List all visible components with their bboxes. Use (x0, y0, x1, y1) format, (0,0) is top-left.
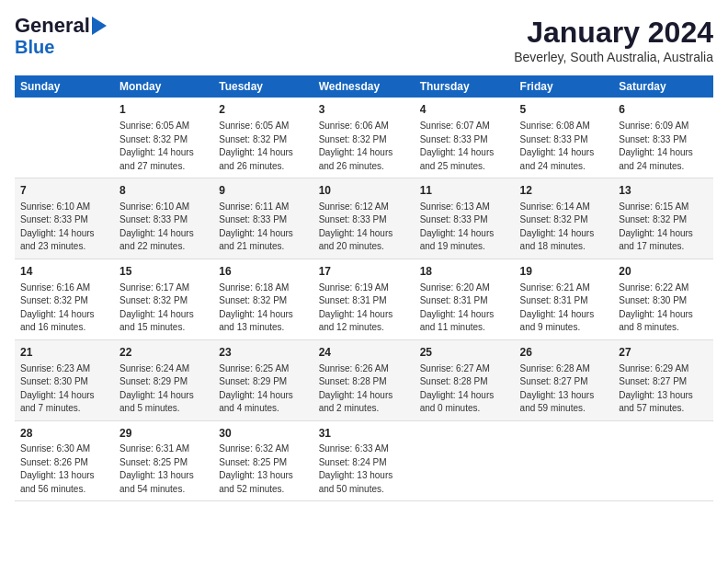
day-info: Sunrise: 6:28 AM Sunset: 8:27 PM Dayligh… (520, 362, 609, 416)
calendar-cell: 11Sunrise: 6:13 AM Sunset: 8:33 PM Dayli… (415, 178, 515, 259)
day-info: Sunrise: 6:16 AM Sunset: 8:32 PM Dayligh… (20, 282, 108, 335)
logo-arrow-icon (92, 17, 107, 35)
page-header: General Blue January 2024 Beverley, Sout… (15, 15, 713, 64)
calendar-cell: 10Sunrise: 6:12 AM Sunset: 8:33 PM Dayli… (313, 178, 415, 259)
calendar-cell: 14Sunrise: 6:16 AM Sunset: 8:32 PM Dayli… (15, 259, 114, 339)
day-info: Sunrise: 6:15 AM Sunset: 8:32 PM Dayligh… (619, 201, 708, 254)
day-number: 15 (119, 264, 208, 280)
day-number: 14 (20, 264, 108, 280)
calendar-week-row: 21Sunrise: 6:23 AM Sunset: 8:30 PM Dayli… (15, 339, 713, 420)
calendar-cell: 27Sunrise: 6:29 AM Sunset: 8:27 PM Dayli… (613, 339, 713, 420)
calendar-cell: 19Sunrise: 6:21 AM Sunset: 8:31 PM Dayli… (515, 259, 614, 339)
title-block: January 2024 Beverley, South Australia, … (514, 15, 713, 64)
day-number: 11 (420, 183, 509, 199)
calendar-cell: 23Sunrise: 6:25 AM Sunset: 8:29 PM Dayli… (213, 339, 313, 420)
day-number: 2 (219, 102, 307, 118)
calendar-cell: 6Sunrise: 6:09 AM Sunset: 8:33 PM Daylig… (613, 98, 713, 178)
calendar-cell: 17Sunrise: 6:19 AM Sunset: 8:31 PM Dayli… (313, 259, 415, 339)
calendar-table: SundayMondayTuesdayWednesdayThursdayFrid… (15, 75, 713, 501)
calendar-cell: 1Sunrise: 6:05 AM Sunset: 8:32 PM Daylig… (114, 98, 213, 178)
day-number: 7 (20, 183, 108, 199)
day-info: Sunrise: 6:08 AM Sunset: 8:33 PM Dayligh… (520, 120, 609, 173)
weekday-header-cell: Tuesday (213, 75, 313, 98)
day-number: 25 (420, 345, 509, 361)
day-number: 4 (420, 102, 509, 118)
day-number: 23 (219, 345, 307, 361)
calendar-cell: 8Sunrise: 6:10 AM Sunset: 8:33 PM Daylig… (114, 178, 213, 259)
day-info: Sunrise: 6:09 AM Sunset: 8:33 PM Dayligh… (619, 120, 708, 173)
weekday-header-cell: Thursday (415, 75, 515, 98)
calendar-cell: 24Sunrise: 6:26 AM Sunset: 8:28 PM Dayli… (313, 339, 415, 420)
weekday-header-cell: Sunday (15, 75, 114, 98)
weekday-header-cell: Monday (114, 75, 213, 98)
calendar-cell: 3Sunrise: 6:06 AM Sunset: 8:32 PM Daylig… (313, 98, 415, 178)
day-number: 20 (619, 264, 708, 280)
day-info: Sunrise: 6:17 AM Sunset: 8:32 PM Dayligh… (119, 282, 208, 335)
day-number: 29 (119, 426, 208, 442)
calendar-cell (15, 98, 114, 178)
day-number: 12 (520, 183, 609, 199)
calendar-cell: 16Sunrise: 6:18 AM Sunset: 8:32 PM Dayli… (213, 259, 313, 339)
day-info: Sunrise: 6:10 AM Sunset: 8:33 PM Dayligh… (119, 201, 208, 254)
day-number: 21 (20, 345, 108, 361)
day-info: Sunrise: 6:24 AM Sunset: 8:29 PM Dayligh… (119, 362, 208, 416)
calendar-cell: 5Sunrise: 6:08 AM Sunset: 8:33 PM Daylig… (515, 98, 614, 178)
calendar-cell: 28Sunrise: 6:30 AM Sunset: 8:26 PM Dayli… (15, 420, 114, 501)
day-info: Sunrise: 6:07 AM Sunset: 8:33 PM Dayligh… (420, 120, 509, 173)
day-info: Sunrise: 6:05 AM Sunset: 8:32 PM Dayligh… (119, 120, 208, 173)
calendar-cell: 20Sunrise: 6:22 AM Sunset: 8:30 PM Dayli… (613, 259, 713, 339)
day-number: 1 (119, 102, 208, 118)
location: Beverley, South Australia, Australia (514, 50, 713, 64)
calendar-week-row: 7Sunrise: 6:10 AM Sunset: 8:33 PM Daylig… (15, 178, 713, 259)
day-number: 22 (119, 345, 208, 361)
logo: General Blue (15, 15, 107, 57)
calendar-cell: 22Sunrise: 6:24 AM Sunset: 8:29 PM Dayli… (114, 339, 213, 420)
calendar-cell: 12Sunrise: 6:14 AM Sunset: 8:32 PM Dayli… (515, 178, 614, 259)
day-info: Sunrise: 6:30 AM Sunset: 8:26 PM Dayligh… (20, 442, 108, 496)
calendar-body: 1Sunrise: 6:05 AM Sunset: 8:32 PM Daylig… (15, 98, 713, 500)
calendar-cell: 9Sunrise: 6:11 AM Sunset: 8:33 PM Daylig… (213, 178, 313, 259)
calendar-cell: 4Sunrise: 6:07 AM Sunset: 8:33 PM Daylig… (415, 98, 515, 178)
day-number: 26 (520, 345, 609, 361)
calendar-cell (613, 420, 713, 501)
day-number: 28 (20, 426, 108, 442)
day-info: Sunrise: 6:21 AM Sunset: 8:31 PM Dayligh… (520, 282, 609, 335)
calendar-cell: 2Sunrise: 6:05 AM Sunset: 8:32 PM Daylig… (213, 98, 313, 178)
calendar-cell: 13Sunrise: 6:15 AM Sunset: 8:32 PM Dayli… (613, 178, 713, 259)
calendar-cell (515, 420, 614, 501)
calendar-cell: 29Sunrise: 6:31 AM Sunset: 8:25 PM Dayli… (114, 420, 213, 501)
day-number: 6 (619, 102, 708, 118)
calendar-cell: 30Sunrise: 6:32 AM Sunset: 8:25 PM Dayli… (213, 420, 313, 501)
day-info: Sunrise: 6:27 AM Sunset: 8:28 PM Dayligh… (420, 362, 509, 416)
day-info: Sunrise: 6:25 AM Sunset: 8:29 PM Dayligh… (219, 362, 307, 416)
day-info: Sunrise: 6:14 AM Sunset: 8:32 PM Dayligh… (520, 201, 609, 254)
day-info: Sunrise: 6:26 AM Sunset: 8:28 PM Dayligh… (319, 362, 409, 416)
calendar-week-row: 14Sunrise: 6:16 AM Sunset: 8:32 PM Dayli… (15, 259, 713, 339)
day-number: 9 (219, 183, 307, 199)
day-info: Sunrise: 6:31 AM Sunset: 8:25 PM Dayligh… (119, 442, 208, 496)
weekday-header-cell: Saturday (613, 75, 713, 98)
day-number: 13 (619, 183, 708, 199)
day-number: 8 (119, 183, 208, 199)
calendar-cell: 21Sunrise: 6:23 AM Sunset: 8:30 PM Dayli… (15, 339, 114, 420)
day-info: Sunrise: 6:06 AM Sunset: 8:32 PM Dayligh… (319, 120, 409, 173)
day-number: 18 (420, 264, 509, 280)
day-info: Sunrise: 6:22 AM Sunset: 8:30 PM Dayligh… (619, 282, 708, 335)
day-info: Sunrise: 6:29 AM Sunset: 8:27 PM Dayligh… (619, 362, 708, 416)
calendar-cell: 15Sunrise: 6:17 AM Sunset: 8:32 PM Dayli… (114, 259, 213, 339)
day-info: Sunrise: 6:13 AM Sunset: 8:33 PM Dayligh… (420, 201, 509, 254)
day-number: 30 (219, 426, 307, 442)
month-title: January 2024 (514, 15, 713, 50)
day-info: Sunrise: 6:11 AM Sunset: 8:33 PM Dayligh… (219, 201, 307, 254)
day-info: Sunrise: 6:20 AM Sunset: 8:31 PM Dayligh… (420, 282, 509, 335)
day-info: Sunrise: 6:33 AM Sunset: 8:24 PM Dayligh… (319, 442, 409, 496)
day-number: 16 (219, 264, 307, 280)
calendar-week-row: 28Sunrise: 6:30 AM Sunset: 8:26 PM Dayli… (15, 420, 713, 501)
day-info: Sunrise: 6:10 AM Sunset: 8:33 PM Dayligh… (20, 201, 108, 254)
day-number: 5 (520, 102, 609, 118)
calendar-cell: 7Sunrise: 6:10 AM Sunset: 8:33 PM Daylig… (15, 178, 114, 259)
day-number: 10 (319, 183, 409, 199)
day-info: Sunrise: 6:18 AM Sunset: 8:32 PM Dayligh… (219, 282, 307, 335)
logo-subtext: Blue (15, 37, 54, 57)
day-number: 31 (319, 426, 409, 442)
